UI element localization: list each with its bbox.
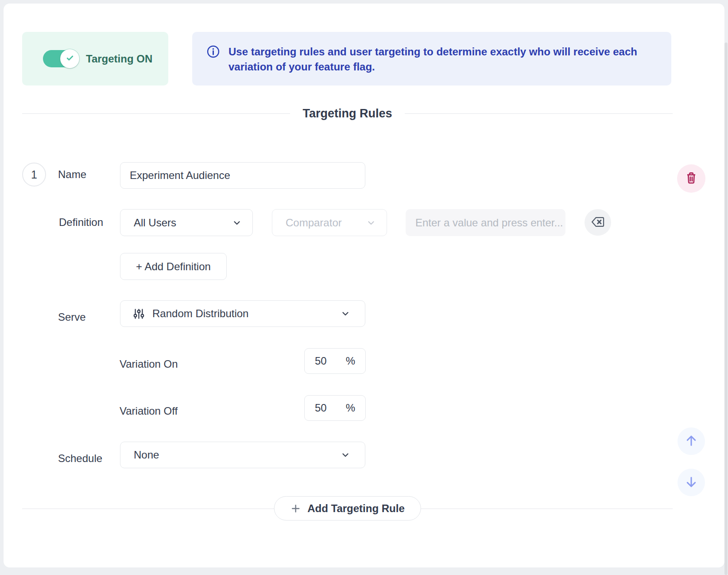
info-icon xyxy=(206,45,220,58)
toggle-knob xyxy=(60,49,79,68)
variation-off-label: Variation Off xyxy=(120,405,178,417)
trait-select-value: All Users xyxy=(134,217,176,229)
toggle-label: Targeting ON xyxy=(86,53,152,65)
move-rule-down-button[interactable] xyxy=(678,469,705,496)
variation-on-value: 50 xyxy=(315,355,327,367)
trash-icon xyxy=(685,171,697,186)
arrow-down-icon xyxy=(684,475,698,490)
chevron-down-icon xyxy=(341,450,350,460)
comparator-select[interactable]: Comparator xyxy=(272,209,387,236)
divider-left xyxy=(22,113,290,114)
add-targeting-rule-label: Add Targeting Rule xyxy=(307,502,405,515)
serve-select-value: Random Distribution xyxy=(152,307,248,320)
percent-suffix: % xyxy=(346,402,355,414)
trait-select[interactable]: All Users xyxy=(120,209,253,236)
delete-rule-button[interactable] xyxy=(677,164,705,193)
variation-off-input[interactable]: 50 % xyxy=(304,395,366,421)
schedule-select[interactable]: None xyxy=(120,442,365,468)
arrow-up-icon xyxy=(684,434,698,449)
serve-label: Serve xyxy=(58,311,86,323)
definition-label: Definition xyxy=(59,216,103,229)
info-banner: Use targeting rules and user targeting t… xyxy=(192,32,671,85)
sliders-icon xyxy=(133,308,145,320)
chevron-down-icon xyxy=(341,309,350,319)
targeting-toggle[interactable] xyxy=(43,50,78,67)
name-label: Name xyxy=(58,168,86,181)
add-targeting-rule-button[interactable]: Add Targeting Rule xyxy=(274,496,421,521)
schedule-label: Schedule xyxy=(58,452,102,465)
divider-right xyxy=(405,113,673,114)
footer-divider-row: Add Targeting Rule xyxy=(22,496,673,521)
chevron-down-icon xyxy=(232,218,242,228)
rule-name-input[interactable] xyxy=(120,162,365,189)
targeting-toggle-box: Targeting ON xyxy=(22,32,168,85)
chevron-down-icon xyxy=(366,218,376,228)
rule-number-badge: 1 xyxy=(22,163,46,186)
serve-select[interactable]: Random Distribution xyxy=(120,300,365,327)
check-icon xyxy=(66,54,74,64)
vertical-scrollbar[interactable] xyxy=(724,43,728,575)
clear-value-button[interactable] xyxy=(585,209,611,236)
comparator-placeholder: Comparator xyxy=(286,217,342,229)
info-banner-text: Use targeting rules and user targeting t… xyxy=(228,44,637,85)
plus-icon xyxy=(290,503,301,514)
schedule-select-value: None xyxy=(134,449,159,461)
add-definition-button[interactable]: + Add Definition xyxy=(120,253,227,280)
targeting-panel: Targeting ON Use targeting rules and use… xyxy=(4,4,724,567)
variation-off-value: 50 xyxy=(315,402,327,414)
variation-on-input[interactable]: 50 % xyxy=(304,348,366,374)
section-title: Targeting Rules xyxy=(290,107,404,120)
percent-suffix: % xyxy=(346,355,355,367)
backspace-icon xyxy=(591,217,604,229)
section-heading: Targeting Rules xyxy=(22,105,673,122)
definition-value-input[interactable] xyxy=(406,209,565,236)
variation-on-label: Variation On xyxy=(120,358,178,370)
move-rule-up-button[interactable] xyxy=(678,427,705,455)
